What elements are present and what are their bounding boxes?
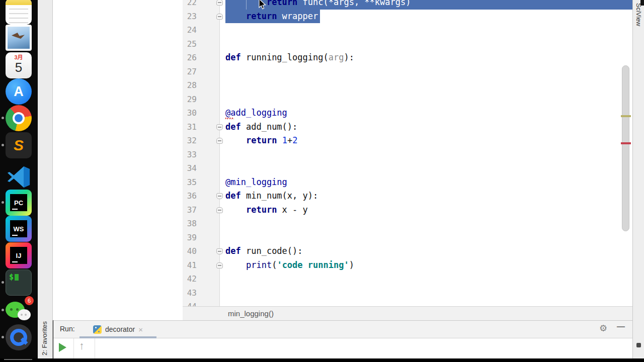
line-number: 36 (183, 189, 197, 203)
dock-item-vscode[interactable] (6, 164, 32, 190)
code-text (220, 300, 632, 306)
code-line-43[interactable]: 43 (183, 286, 632, 300)
dock-item-sublime-text[interactable]: S (6, 132, 32, 158)
code-line-25[interactable]: 25 (183, 37, 632, 51)
fold-marker-icon[interactable] (216, 138, 223, 144)
code-text (220, 217, 632, 231)
code-token: 2 (292, 135, 297, 145)
dock-item-chrome[interactable] (6, 105, 32, 131)
dock-item-mail[interactable] (6, 25, 32, 51)
code-token (277, 135, 282, 145)
fold-marker-icon[interactable] (216, 124, 223, 130)
code-line-30[interactable]: 30@add_logging (183, 106, 632, 120)
code-text (220, 65, 632, 79)
code-token: running_logging( (241, 52, 329, 62)
fold-marker-icon[interactable] (216, 193, 223, 199)
code-text: @min_logging (220, 175, 632, 190)
code-text: def add_num(): (220, 120, 632, 134)
line-number: 40 (183, 244, 197, 258)
dock-item-quicktime[interactable] (6, 324, 32, 350)
run-tab-decorator[interactable]: decorator × (79, 321, 156, 338)
code-line-31[interactable]: 31def add_num(): (183, 120, 632, 134)
mouse-cursor-icon (258, 0, 267, 11)
breadcrumb-context[interactable]: min_logging() (228, 309, 274, 318)
line-number: 43 (183, 286, 197, 300)
code-text: def min_num(x, y): (220, 189, 632, 203)
toolbar-separator (73, 338, 74, 358)
webstorm-icon: WS (6, 216, 32, 242)
code-token (225, 135, 246, 145)
line-number: 42 (183, 272, 197, 286)
rerun-button[interactable] (59, 343, 66, 352)
code-line-39[interactable]: 39 (183, 231, 632, 245)
breadcrumb[interactable]: min_logging() (183, 306, 632, 320)
fold-marker-icon[interactable] (216, 14, 223, 20)
close-icon[interactable]: × (138, 325, 143, 334)
dock-item-wechat[interactable]: 6 (6, 297, 32, 323)
dock-item-app-store[interactable]: A (6, 78, 32, 105)
code-text (220, 286, 632, 300)
dock-item-intellij[interactable]: IJ (6, 242, 32, 268)
run-tab-title[interactable]: decorator (105, 325, 135, 333)
line-number: 24 (183, 23, 197, 37)
code-token: 1 (282, 135, 287, 145)
sciview-toolwindow-button[interactable]: SciView (635, 3, 642, 26)
right-tool-stripe: SciView (632, 0, 644, 358)
line-number: 27 (183, 65, 197, 79)
code-line-32[interactable]: 32 return 1+2 (183, 134, 632, 148)
code-line-33[interactable]: 33 (183, 148, 632, 162)
code-line-28[interactable]: 28 (183, 78, 632, 93)
code-text (220, 37, 632, 51)
favorites-toolwindow-button[interactable]: 2: Favorites (41, 321, 48, 355)
code-line-24[interactable]: 24 (183, 23, 632, 37)
code-line-29[interactable]: 29 (183, 93, 632, 107)
gear-icon[interactable]: ⚙ (599, 323, 607, 334)
code-line-36[interactable]: 36def min_num(x, y): (183, 189, 632, 203)
scrollbar-thumb[interactable] (622, 65, 629, 231)
code-line-40[interactable]: 40def run_code(): (183, 244, 632, 258)
dock-item-webstorm[interactable]: WS (6, 216, 32, 242)
dock-item-notes[interactable] (6, 0, 32, 25)
code-line-22[interactable]: 22 return func(*args, **kwargs) (183, 0, 632, 10)
fold-marker-icon[interactable] (216, 0, 223, 6)
up-arrow-icon[interactable]: ↑ (79, 340, 85, 352)
code-token: func(*args, **kwargs) (297, 0, 411, 7)
scrollbar-error-stripe-mark[interactable] (621, 142, 631, 144)
dock-item-terminal[interactable]: $ (6, 269, 32, 296)
error-squiggle (225, 118, 234, 119)
code-editor[interactable]: 22 return func(*args, **kwargs)23 return… (183, 0, 632, 306)
dock-item-pycharm[interactable]: PC (6, 190, 32, 216)
fold-marker-icon[interactable] (216, 262, 223, 268)
code-text: def running_logging(arg): (220, 51, 632, 65)
code-token (225, 260, 246, 270)
fold-marker-icon[interactable] (216, 248, 223, 254)
bottom-stripe-mini-icon[interactable] (636, 343, 641, 347)
code-line-38[interactable]: 38 (183, 217, 632, 231)
macos-dock: 3月5ASPCWSIJ$6 (0, 0, 38, 362)
code-line-44[interactable]: 44 (183, 300, 632, 306)
line-number: 28 (183, 78, 197, 93)
code-token: min_num(x, y): (241, 191, 318, 201)
running-indicator-dot (2, 281, 4, 284)
line-number: 34 (183, 161, 197, 175)
code-line-26[interactable]: 26def running_logging(arg): (183, 51, 632, 65)
line-number: 39 (183, 231, 197, 245)
code-line-27[interactable]: 27 (183, 65, 632, 79)
dock-separator (4, 359, 32, 360)
line-number: 29 (183, 93, 197, 107)
running-indicator-dot (2, 144, 4, 146)
code-token: @add_logging (225, 108, 287, 118)
code-token: + (287, 135, 292, 145)
minimize-icon[interactable]: — (617, 322, 625, 331)
code-line-35[interactable]: 35@min_logging (183, 175, 632, 190)
fold-marker-icon[interactable] (216, 207, 223, 213)
code-line-41[interactable]: 41 print('code running') (183, 258, 632, 273)
dock-item-calendar[interactable]: 3月5 (6, 52, 32, 78)
scrollbar-error-stripe-mark[interactable] (621, 115, 631, 117)
code-text (220, 148, 632, 162)
code-line-42[interactable]: 42 (183, 272, 632, 286)
code-token: x - y (277, 205, 307, 215)
code-line-37[interactable]: 37 return x - y (183, 203, 632, 217)
code-line-23[interactable]: 23 return wrapper (183, 10, 632, 24)
code-line-34[interactable]: 34 (183, 161, 632, 175)
